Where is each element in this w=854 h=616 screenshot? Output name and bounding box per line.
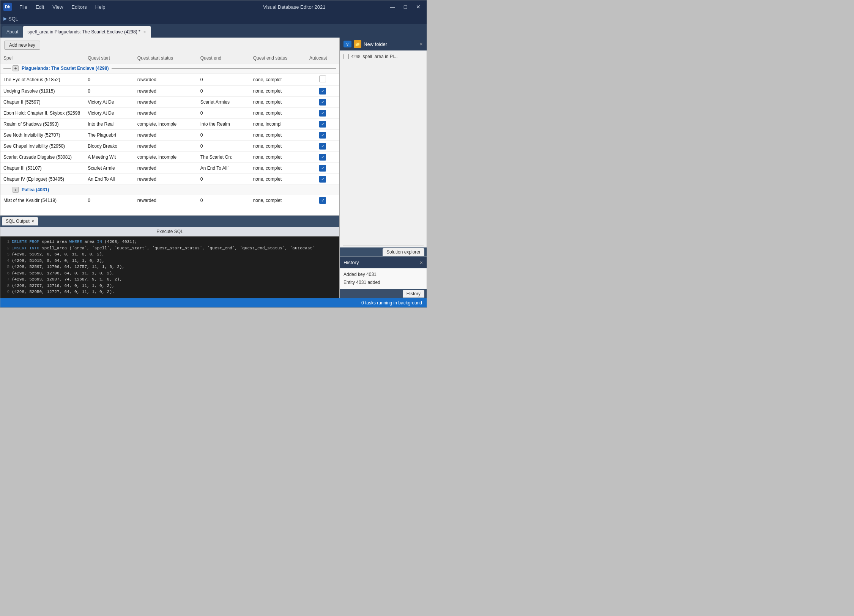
solution-explorer-tab[interactable]: Solution explorer (383, 248, 424, 256)
sql-execute-bar[interactable]: Execute SQL (0, 227, 339, 236)
cell-3[interactable]: An End To All` (197, 163, 250, 174)
cell-2[interactable]: rewarded (134, 195, 197, 206)
table-row[interactable]: See Noth Invisibility (52707)The Plagueb… (0, 130, 339, 141)
solution-checkbox[interactable] (343, 54, 349, 59)
table-row[interactable]: The Eye of Acherus (51852)0rewarded0none… (0, 74, 339, 86)
checkbox-checked[interactable]: ✓ (319, 165, 326, 172)
cell-0[interactable]: Undying Resolve (51915) (0, 86, 85, 97)
cell-3[interactable]: 0 (197, 130, 250, 141)
history-tab[interactable]: History (403, 290, 424, 298)
menu-editors[interactable]: Editors (68, 3, 90, 11)
cell-1[interactable]: An End To All (85, 174, 134, 185)
minimize-button[interactable]: — (387, 3, 398, 11)
menu-file[interactable]: File (16, 3, 31, 11)
cell-0[interactable]: Mist of the Kvaldir (54119) (0, 195, 85, 206)
checkbox-checked[interactable]: ✓ (319, 143, 326, 150)
cell-2[interactable]: complete, incomple (134, 152, 197, 163)
cell-3[interactable]: 0 (197, 141, 250, 152)
cell-checkbox[interactable]: ✓ (306, 141, 339, 152)
cell-1[interactable]: Victory At De (85, 108, 134, 119)
cell-1[interactable]: Scarlet Armie (85, 163, 134, 174)
cell-0[interactable]: Chapter II (52597) (0, 97, 85, 108)
cell-1[interactable]: Into the Real (85, 119, 134, 130)
table-row[interactable]: Undying Resolve (51915)0rewarded0none, c… (0, 86, 339, 97)
checkbox-checked[interactable]: ✓ (319, 154, 326, 161)
checkbox-checked[interactable]: ✓ (319, 121, 326, 128)
cell-4[interactable]: none, complet (250, 108, 306, 119)
cell-0[interactable]: Realm of Shadows (52693) (0, 119, 85, 130)
cell-3[interactable]: 0 (197, 86, 250, 97)
cell-checkbox[interactable]: ✓ (306, 108, 339, 119)
cell-2[interactable]: rewarded (134, 86, 197, 97)
cell-checkbox[interactable] (306, 74, 339, 86)
table-row[interactable]: Chapter III (53107)Scarlet Armierewarded… (0, 163, 339, 174)
solution-item[interactable]: 4298 spell_area in Pl... (341, 53, 425, 60)
cell-3[interactable]: 0 (197, 74, 250, 86)
cell-4[interactable]: none, complet (250, 74, 306, 86)
maximize-button[interactable]: □ (400, 3, 411, 11)
tab-active[interactable]: spell_area in Plaguelands: The Scarlet E… (23, 26, 151, 38)
cell-2[interactable]: rewarded (134, 141, 197, 152)
menu-view[interactable]: View (49, 3, 67, 11)
table-row[interactable]: Chapter II (52597)Victory At DerewardedS… (0, 97, 339, 108)
cell-1[interactable]: 0 (85, 195, 134, 206)
cell-2[interactable]: rewarded (134, 108, 197, 119)
cell-checkbox[interactable]: ✓ (306, 97, 339, 108)
table-container[interactable]: Spell Quest start Quest start status Que… (0, 53, 339, 215)
expand-button[interactable]: + (13, 187, 19, 193)
cell-1[interactable]: Victory At De (85, 97, 134, 108)
checkbox-checked[interactable]: ✓ (319, 99, 326, 106)
cell-3[interactable]: Scarlet Armies (197, 97, 250, 108)
cell-checkbox[interactable]: ✓ (306, 163, 339, 174)
cell-2[interactable]: rewarded (134, 130, 197, 141)
checkbox-checked[interactable]: ✓ (319, 110, 326, 117)
se-dropdown[interactable]: ∨ (343, 41, 351, 47)
cell-1[interactable]: The Plaguebri (85, 130, 134, 141)
table-row[interactable]: Ebon Hold: Chapter II, Skybox (52598Vict… (0, 108, 339, 119)
sql-output-tab[interactable]: SQL Output × (2, 217, 38, 225)
cell-3[interactable]: 0 (197, 195, 250, 206)
add-new-key-button[interactable]: Add new key (4, 41, 40, 50)
table-row[interactable]: Scarlet Crusade Disguise (53081)A Meetin… (0, 152, 339, 163)
sql-output-tab-close[interactable]: × (32, 219, 34, 224)
cell-4[interactable]: none, complet (250, 152, 306, 163)
sql-code-area[interactable]: 1DELETE FROM spell_area WHERE area IN (4… (0, 236, 339, 298)
cell-0[interactable]: Chapter III (53107) (0, 163, 85, 174)
cell-2[interactable]: rewarded (134, 163, 197, 174)
menu-help[interactable]: Help (91, 3, 109, 11)
cell-0[interactable]: Ebon Hold: Chapter II, Skybox (52598 (0, 108, 85, 119)
cell-4[interactable]: none, complet (250, 174, 306, 185)
cell-0[interactable]: See Chapel Invisibility (52950) (0, 141, 85, 152)
folder-icon[interactable]: 📁 (354, 40, 361, 48)
cell-3[interactable]: 0 (197, 174, 250, 185)
history-close[interactable]: × (420, 260, 423, 266)
table-row[interactable]: See Chapel Invisibility (52950)Bloody Br… (0, 141, 339, 152)
checkbox-checked[interactable]: ✓ (319, 132, 326, 139)
table-row[interactable]: Mist of the Kvaldir (54119)0rewarded0non… (0, 195, 339, 206)
checkbox-checked[interactable]: ✓ (319, 197, 326, 204)
checkbox-empty[interactable] (319, 76, 326, 82)
cell-3[interactable]: 0 (197, 108, 250, 119)
tab-about[interactable]: About (2, 26, 23, 38)
cell-checkbox[interactable]: ✓ (306, 119, 339, 130)
cell-4[interactable]: none, complet (250, 163, 306, 174)
cell-4[interactable]: none, complet (250, 97, 306, 108)
cell-2[interactable]: complete, incomple (134, 119, 197, 130)
cell-checkbox[interactable]: ✓ (306, 130, 339, 141)
cell-4[interactable]: none, complet (250, 195, 306, 206)
tab-close-button[interactable]: × (143, 29, 147, 35)
cell-3[interactable]: Into the Realm (197, 119, 250, 130)
cell-1[interactable]: Bloody Breako (85, 141, 134, 152)
cell-checkbox[interactable]: ✓ (306, 195, 339, 206)
cell-checkbox[interactable]: ✓ (306, 86, 339, 97)
cell-1[interactable]: 0 (85, 74, 134, 86)
cell-2[interactable]: rewarded (134, 74, 197, 86)
cell-3[interactable]: The Scarlet On: (197, 152, 250, 163)
menu-edit[interactable]: Edit (32, 3, 48, 11)
cell-4[interactable]: none, complet (250, 130, 306, 141)
cell-0[interactable]: The Eye of Acherus (51852) (0, 74, 85, 86)
table-row[interactable]: Realm of Shadows (52693)Into the Realcom… (0, 119, 339, 130)
cell-2[interactable]: rewarded (134, 174, 197, 185)
cell-4[interactable]: none, complet (250, 141, 306, 152)
cell-checkbox[interactable]: ✓ (306, 152, 339, 163)
